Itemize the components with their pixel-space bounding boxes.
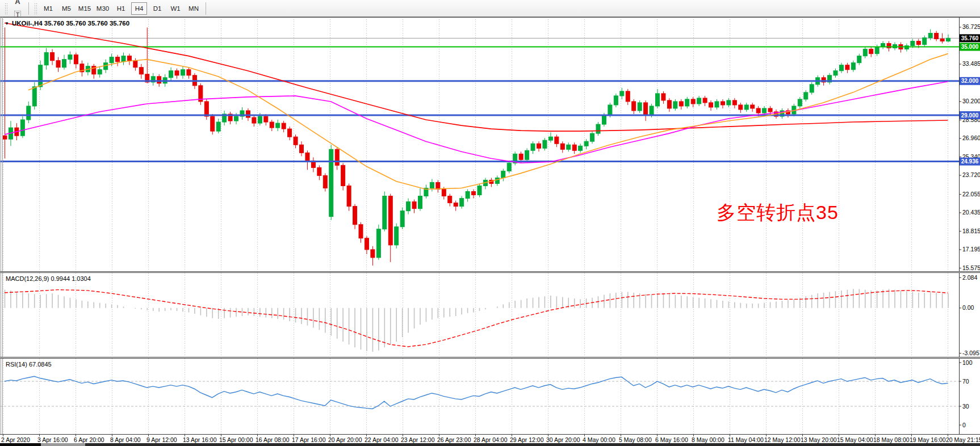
svg-text:30.200: 30.200	[962, 98, 980, 104]
rsi-line	[5, 376, 948, 409]
toolbar-drag-handle-2[interactable]	[34, 3, 37, 14]
candlesticks	[3, 27, 950, 265]
timeframe-button-m15[interactable]: M15	[77, 2, 93, 15]
svg-text:32.000: 32.000	[961, 78, 979, 84]
time-tick-label: 6 May 16:00	[655, 436, 688, 443]
time-tick-label: 9 Apr 12:00	[146, 436, 177, 443]
time-tick-label: 2 Apr 2020	[1, 436, 30, 443]
svg-text:26.960: 26.960	[962, 134, 980, 141]
time-tick-label: 8 Apr 04:00	[110, 436, 141, 443]
macd-indicator-panel[interactable]: 2.0840.00-3.0957	[0, 273, 980, 357]
price-axis: 36.72533.48530.20028.58026.96025.34023.7…	[959, 17, 980, 271]
svg-text:23.720: 23.720	[962, 171, 980, 178]
svg-text:24.936: 24.936	[961, 158, 979, 165]
trading-platform-window: FAT❖▾ M1M5M15M30H1H4D1W1MN 36.72533.4853…	[0, 0, 980, 446]
time-tick-label: 20 Apr 20:00	[328, 436, 362, 443]
main-price-chart[interactable]: 36.72533.48530.20028.58026.96025.34023.7…	[0, 17, 980, 271]
time-tick-label: 20 May 21:15	[946, 436, 980, 443]
time-tick-label: 8 May 00:00	[692, 436, 724, 443]
label-tool-icon: A	[15, 0, 20, 6]
svg-text:33.485: 33.485	[962, 60, 980, 67]
timeframe-button-mn[interactable]: MN	[186, 2, 202, 15]
time-tick-label: 15 May 04:00	[837, 436, 873, 443]
timeframe-button-w1[interactable]: W1	[167, 2, 183, 15]
svg-text:36.725: 36.725	[962, 23, 980, 30]
svg-text:0.00: 0.00	[962, 304, 974, 311]
window-left-edge	[1, 359, 3, 434]
time-tick-label: 13 May 20:00	[801, 436, 837, 443]
chart-symbol-title: ▼UKOil-,H4 35.760 35.760 35.760 35.760	[5, 20, 129, 27]
symbol-name: UKOil-,H4	[12, 20, 43, 27]
time-tick-label: 28 Apr 04:00	[474, 436, 508, 443]
timeframe-button-m1[interactable]: M1	[40, 2, 56, 15]
time-tick-label: 23 Apr 12:00	[401, 436, 435, 443]
time-tick-label: 13 Apr 16:00	[183, 436, 217, 443]
ma-fast-orange-line	[28, 54, 948, 190]
time-tick-label: 12 May 12:00	[764, 436, 801, 443]
svg-text:30: 30	[962, 403, 969, 410]
timeframe-button-m5[interactable]: M5	[58, 2, 74, 15]
rsi-indicator-label: RSI(14) 67.0845	[6, 361, 52, 368]
time-tick-label: 29 Apr 12:00	[510, 436, 544, 443]
time-tick-label: 22 Apr 04:00	[365, 436, 399, 443]
time-tick-label: 11 May 04:00	[728, 436, 764, 443]
chart-toolbar: FAT❖▾ M1M5M15M30H1H4D1W1MN	[0, 0, 980, 17]
timeframe-button-m30[interactable]: M30	[95, 2, 111, 15]
time-tick-label: 19 May 16:00	[910, 436, 946, 443]
time-tick-label: 26 Apr 23:00	[437, 436, 471, 443]
grid-vertical-lines	[3, 359, 948, 434]
chevron-down-icon[interactable]: ▼	[5, 21, 9, 26]
timeframe-button-h4[interactable]: H4	[131, 2, 147, 15]
svg-text:70: 70	[962, 378, 969, 385]
time-axis[interactable]: 2 Apr 20203 Apr 16:006 Apr 20:008 Apr 04…	[0, 434, 980, 443]
rsi-level-lines	[0, 381, 959, 406]
svg-text:18.815: 18.815	[962, 228, 980, 234]
toolbar-drag-handle[interactable]	[5, 3, 7, 14]
svg-text:20.435: 20.435	[962, 209, 980, 216]
time-tick-label: 5 May 08:00	[619, 436, 652, 443]
time-tick-label: 15 Apr 00:00	[219, 436, 253, 443]
svg-text:-3.0957: -3.0957	[962, 350, 980, 356]
time-tick-label: 30 Apr 20:00	[546, 436, 580, 443]
toolbar-separator-2	[206, 2, 206, 15]
timeframe-buttons: M1M5M15M30H1H4D1W1MN	[39, 2, 203, 15]
price-axis: 2.0840.00-3.0957	[959, 273, 980, 357]
time-tick-label: 17 Apr 16:00	[292, 436, 326, 443]
svg-text:35.760: 35.760	[961, 35, 979, 41]
bottom-edge-segment-dark	[0, 443, 41, 446]
bottom-window-edge	[0, 443, 980, 446]
svg-text:22.055: 22.055	[962, 191, 980, 197]
time-tick-label: 3 Apr 16:00	[37, 436, 68, 443]
svg-text:15.575: 15.575	[962, 264, 980, 271]
svg-text:29.000: 29.000	[961, 112, 979, 119]
macd-indicator-label: MACD(12,26,9) 0.9944 1.0304	[6, 275, 91, 282]
time-tick-label: 6 Apr 20:00	[74, 436, 104, 443]
macd-histogram	[5, 289, 949, 352]
svg-text:100: 100	[962, 359, 973, 366]
svg-text:17.195: 17.195	[962, 246, 980, 253]
chart-text-annotation: 多空转折点35	[717, 200, 839, 226]
price-axis: 10070300	[959, 359, 973, 434]
macd-signal-line	[5, 290, 948, 347]
time-tick-label: 18 May 08:00	[873, 436, 910, 443]
svg-text:0: 0	[962, 422, 966, 428]
grid-vertical-lines	[3, 17, 948, 271]
time-tick-label: 16 Apr 08:00	[256, 436, 290, 443]
label-tool-button[interactable]: A	[10, 0, 25, 9]
toolbar-separator	[28, 2, 29, 15]
rsi-indicator-panel[interactable]: 10070300	[0, 359, 980, 434]
svg-text:2.084: 2.084	[962, 274, 977, 281]
timeframe-button-h1[interactable]: H1	[113, 2, 129, 15]
timeframe-button-d1[interactable]: D1	[149, 2, 165, 15]
bottom-edge-segment-light	[41, 443, 85, 446]
grid-vertical-lines	[3, 273, 948, 357]
time-tick-label: 4 May 00:00	[583, 436, 615, 443]
svg-text:35.000: 35.000	[961, 44, 979, 50]
ohlc-quote-values: 35.760 35.760 35.760 35.760	[44, 20, 129, 27]
window-left-edge	[1, 17, 3, 271]
window-left-edge	[1, 273, 3, 357]
